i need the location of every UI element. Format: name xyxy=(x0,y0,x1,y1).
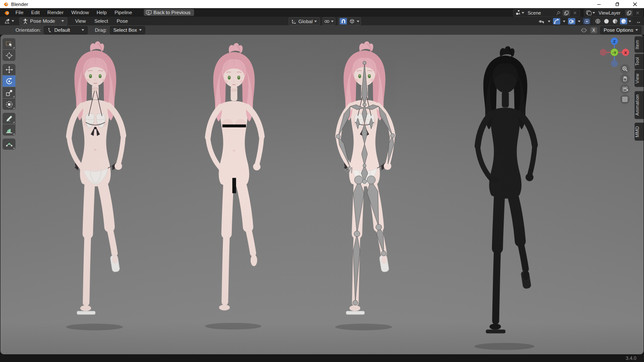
tool-annotate[interactable] xyxy=(3,113,15,124)
menu-file[interactable]: File xyxy=(12,8,27,17)
camera-view-button[interactable] xyxy=(620,84,630,94)
svg-text:Z: Z xyxy=(613,39,616,44)
menu-window[interactable]: Window xyxy=(67,8,93,17)
toolbar xyxy=(3,38,15,153)
svg-text:X: X xyxy=(624,51,627,55)
unlink-scene-button[interactable]: ✕ xyxy=(571,10,579,16)
shading-wireframe-button[interactable] xyxy=(594,18,601,24)
tool-settings-bar: Orientation: Default Drag: Select Box X … xyxy=(0,25,644,35)
header-overflow-icon[interactable]: ↔ xyxy=(635,18,642,24)
status-bar: 3.4.0 xyxy=(0,354,644,362)
pivot-point-dropdown[interactable] xyxy=(322,17,335,25)
viewlayer-name[interactable]: ViewLayer xyxy=(597,10,625,15)
xray-toggle[interactable] xyxy=(583,18,590,24)
tool-tweak-select[interactable] xyxy=(3,38,15,49)
model-figure-shaded[interactable] xyxy=(45,40,146,333)
gizmo-minus-x[interactable] xyxy=(600,49,607,56)
mode-dropdown[interactable]: Pose Mode xyxy=(19,17,67,25)
shading-mode-group xyxy=(593,18,632,25)
viewlayer-selector[interactable]: ViewLayer ✕ xyxy=(584,9,643,17)
zoom-button[interactable] xyxy=(620,64,630,74)
magnet-icon xyxy=(341,19,346,24)
blender-app-icon[interactable] xyxy=(3,9,10,16)
drag-mode-dropdown[interactable]: Select Box xyxy=(110,26,145,34)
scene-name[interactable]: Scene xyxy=(526,10,554,15)
tool-rotate[interactable] xyxy=(3,75,15,87)
orientation-label: Orientation: xyxy=(15,27,41,33)
gizmos-toggle[interactable] xyxy=(553,18,560,24)
tab-view[interactable]: View xyxy=(635,70,644,87)
top-menu-bar: File Edit Render Window Help Pipeline Ba… xyxy=(0,8,644,17)
overlays-toggle[interactable] xyxy=(568,18,575,24)
gizmo-icon xyxy=(554,18,559,24)
snap-toggle-on[interactable] xyxy=(340,18,347,24)
tool-measure[interactable] xyxy=(3,124,15,136)
shading-material-button[interactable] xyxy=(611,18,619,24)
blender-logo-icon xyxy=(3,1,9,7)
menu-select[interactable]: Select xyxy=(90,17,112,25)
screen-back-icon xyxy=(146,10,152,15)
svg-text:-Y: -Y xyxy=(613,51,617,55)
object-type-visibility-button[interactable] xyxy=(538,18,545,24)
viewport-3d[interactable]: X Z -Y Item Tool View Animation MMD xyxy=(0,35,644,354)
x-axis-mirror-icon[interactable] xyxy=(580,27,587,33)
orientation-default-value: Default xyxy=(54,27,70,33)
navigation-gizmo[interactable]: X Z -Y xyxy=(599,36,630,67)
pose-options-dropdown[interactable]: Pose Options xyxy=(600,26,641,34)
orientation-default-icon xyxy=(47,27,52,33)
back-to-previous-button[interactable]: Back to Previous xyxy=(144,9,194,16)
editor-3d-viewport-icon xyxy=(4,18,10,24)
pose-mode-icon xyxy=(23,18,28,24)
tool-move[interactable] xyxy=(3,64,15,75)
tab-mmd[interactable]: MMD xyxy=(635,123,644,141)
xray-icon xyxy=(584,19,589,24)
drag-label: Drag: xyxy=(95,27,107,33)
pivot-point-icon xyxy=(324,19,330,24)
scene-selector[interactable]: Scene ✕ xyxy=(513,9,580,17)
editor-type-button[interactable] xyxy=(2,17,16,25)
menu-pose[interactable]: Pose xyxy=(112,17,132,25)
menu-pipeline[interactable]: Pipeline xyxy=(111,8,136,17)
minimize-button[interactable] xyxy=(590,0,608,8)
snap-controls[interactable] xyxy=(338,17,361,25)
tool-pose-breakdowner[interactable] xyxy=(3,139,15,150)
menu-edit[interactable]: Edit xyxy=(27,8,44,17)
model-figure-armature[interactable] xyxy=(314,40,415,333)
maximize-button[interactable] xyxy=(608,0,626,8)
shading-solid-button[interactable] xyxy=(603,18,610,24)
model-figure-censored[interactable] xyxy=(184,42,284,332)
snap-target-icon[interactable] xyxy=(348,18,355,24)
tool-scale[interactable] xyxy=(3,87,15,98)
gizmo-minus-z[interactable] xyxy=(611,60,618,67)
menu-render[interactable]: Render xyxy=(43,8,67,17)
orientation-axes-icon xyxy=(292,19,297,24)
window-titlebar: Blender xyxy=(0,0,644,8)
tab-animation[interactable]: Animation xyxy=(635,91,644,119)
shading-rendered-button[interactable] xyxy=(620,18,627,24)
sidebar-tab-strip: Item Tool View Animation MMD xyxy=(635,36,644,142)
remove-viewlayer-button[interactable]: ✕ xyxy=(634,10,641,16)
new-scene-button[interactable] xyxy=(562,10,570,16)
mode-label: Pose Mode xyxy=(30,18,55,24)
new-viewlayer-button[interactable] xyxy=(625,10,633,16)
tab-item[interactable]: Item xyxy=(635,36,644,53)
menu-help[interactable]: Help xyxy=(93,8,111,17)
tab-tool[interactable]: Tool xyxy=(635,54,644,69)
window-title: Blender xyxy=(11,2,28,7)
tool-cursor[interactable] xyxy=(3,50,15,61)
transform-orientation-dropdown[interactable]: Global xyxy=(289,17,320,25)
menu-view[interactable]: View xyxy=(71,17,90,25)
x-axis-button[interactable]: X xyxy=(590,27,597,33)
grid-ortho-button[interactable] xyxy=(620,94,630,104)
drag-mode-value: Select Box xyxy=(113,27,137,33)
visibility-eye-icon xyxy=(538,19,545,24)
overlays-icon xyxy=(569,19,574,24)
scene-browse-icon[interactable] xyxy=(513,10,526,15)
pan-hand-button[interactable] xyxy=(620,74,630,84)
orientation-default-dropdown[interactable]: Default xyxy=(44,26,87,34)
pin-icon[interactable] xyxy=(554,11,562,15)
close-button[interactable] xyxy=(626,0,644,8)
viewlayer-browse-icon[interactable] xyxy=(584,10,597,15)
model-figure-wireframe[interactable] xyxy=(453,45,558,353)
tool-transform[interactable] xyxy=(3,99,15,110)
